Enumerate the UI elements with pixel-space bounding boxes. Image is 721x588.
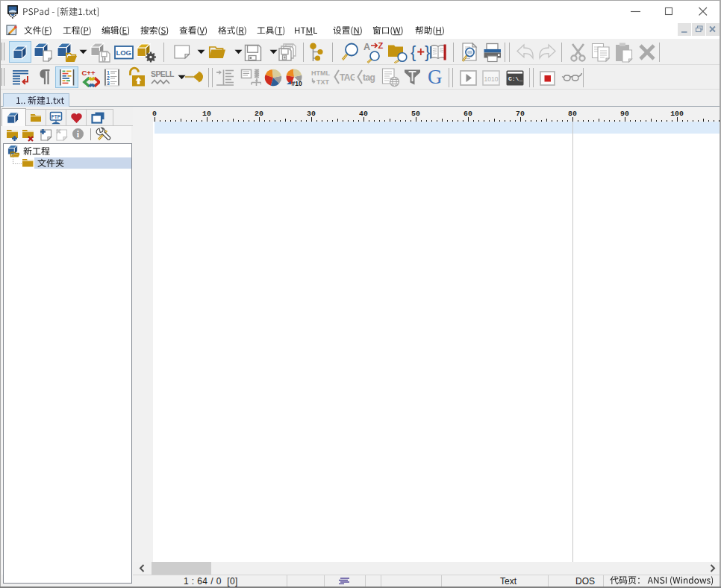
svg-text:2: 2	[107, 75, 110, 81]
svg-text:tag: tag	[363, 72, 375, 83]
svg-text:60: 60	[464, 110, 472, 118]
svg-text:LOG: LOG	[116, 49, 131, 57]
svg-text:FTP: FTP	[52, 114, 61, 119]
svg-text:Z: Z	[378, 41, 384, 50]
svg-text:A: A	[363, 42, 370, 52]
svg-text:C++: C++	[82, 69, 96, 77]
svg-text:C:\_: C:\_	[508, 75, 522, 82]
svg-text:100: 100	[670, 110, 684, 118]
svg-text:SPELL: SPELL	[151, 69, 175, 78]
svg-text:G: G	[428, 67, 443, 87]
svg-text:1: 1	[107, 70, 110, 75]
svg-text:30: 30	[307, 110, 316, 118]
svg-text:3: 3	[107, 81, 110, 86]
svg-text:20: 20	[255, 110, 263, 118]
svg-text:50: 50	[411, 110, 420, 118]
svg-text:90: 90	[620, 110, 629, 118]
svg-text:TAG: TAG	[340, 72, 355, 83]
svg-text:HTML: HTML	[311, 69, 330, 77]
svg-text:{: {	[411, 43, 416, 61]
svg-text:10: 10	[202, 110, 211, 118]
svg-text:70: 70	[516, 110, 525, 118]
svg-text:0: 0	[152, 110, 157, 118]
svg-text:#10: #10	[292, 80, 302, 87]
svg-text:TXT: TXT	[316, 78, 330, 86]
svg-text:1010: 1010	[484, 75, 499, 83]
svg-text:80: 80	[568, 110, 577, 118]
svg-text:40: 40	[359, 110, 368, 118]
